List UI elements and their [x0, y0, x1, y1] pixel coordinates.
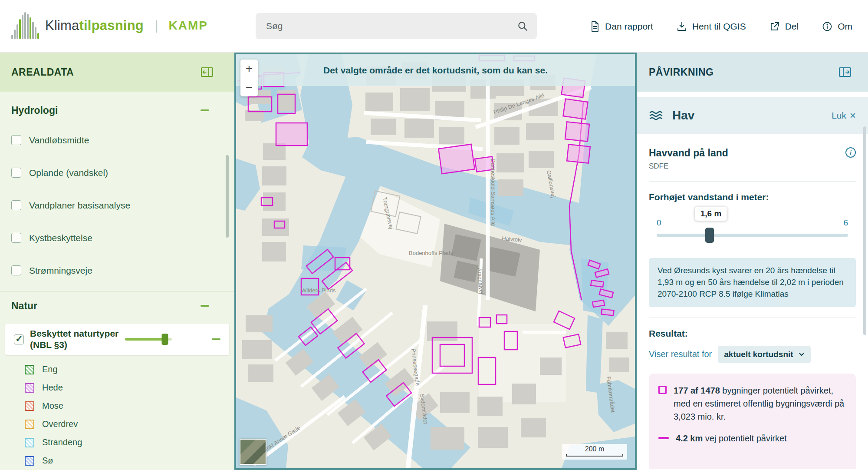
map-scale: 200 m	[562, 444, 627, 460]
layer-item-kystbeskyttelse[interactable]: Kystbeskyttelse	[0, 222, 234, 254]
result-extent-dropdown[interactable]: aktuelt kortudsnit	[718, 346, 810, 363]
map-canvas[interactable]: Philip De Langes Allé Danneskiold-Samsøe…	[236, 54, 635, 468]
legend-item-eng: Eng	[0, 361, 234, 379]
header-actions: Dan rapport Hent til QGIS Del	[590, 0, 852, 53]
layer-item-vandplaner[interactable]: Vandplaner basisanalyse	[0, 189, 234, 222]
section-title: Hydrologi	[11, 105, 58, 116]
arealdata-title: AREALDATA	[11, 66, 74, 78]
legend-label: Sø	[42, 456, 53, 466]
checkbox[interactable]	[11, 135, 21, 145]
collapse-right-panel-icon[interactable]	[838, 66, 852, 78]
climate-info-box: Ved Øresunds kyst svarer en 20 års hænde…	[649, 258, 856, 307]
result-filter-row: Viser resultat for aktuelt kortudsnit	[649, 346, 856, 363]
checkbox[interactable]	[11, 200, 21, 210]
download-qgis-button[interactable]: Hent til QGIS	[677, 21, 746, 32]
legend-label: Eng	[42, 364, 58, 374]
collapse-section-icon[interactable]	[201, 305, 209, 307]
layer-item-oplande[interactable]: Oplande (vandskel)	[0, 156, 234, 189]
impact-results-box: 177 af 1478 bygninger potentielt påvirke…	[649, 374, 856, 469]
section-natur: Natur	[0, 292, 234, 319]
checkbox[interactable]	[11, 168, 21, 178]
about-button[interactable]: Om	[822, 21, 852, 32]
layer-label: Vandplaner basisanalyse	[29, 200, 130, 211]
layer-item-vandlobsmidte[interactable]: Vandløbsmidte	[0, 124, 234, 156]
legend-label: Mose	[42, 401, 63, 411]
zoom-out-button[interactable]: −	[240, 78, 258, 96]
natur-legend: Eng Hede Mose Overdrev Strandeng Sø	[0, 361, 234, 470]
right-panel-scrollbar[interactable]	[863, 126, 866, 335]
result-item-roads: 4.2 km vej potentielt påvirket	[658, 432, 846, 445]
legend-swatch	[25, 438, 34, 447]
svg-text:Wilders Plads: Wilders Plads	[301, 287, 336, 294]
hazard-hav-row: Hav Luk ×	[637, 97, 868, 134]
slider-max-label: 6	[843, 218, 848, 228]
hazard-title: Hav	[672, 109, 694, 122]
map-extent-banner: Det valgte område er det kortudsnit, som…	[236, 54, 635, 86]
left-panel-scrollbar[interactable]	[226, 155, 229, 238]
download-icon	[677, 21, 687, 32]
close-hazard-button[interactable]: Luk ×	[832, 109, 856, 122]
legend-swatch	[25, 420, 34, 429]
zoom-in-button[interactable]: +	[240, 60, 258, 78]
layer-label: Vandløbsmidte	[29, 135, 89, 146]
layer-label: Kystbeskyttelse	[29, 233, 92, 243]
section-hydrologi: Hydrologi	[0, 97, 234, 124]
legend-swatch	[25, 365, 34, 374]
impact-layer-title: Havvand på land	[649, 147, 728, 159]
brand-name: Klimatilpasning	[45, 18, 144, 33]
result-item-buildings: 177 af 1478 bygninger potentielt påvirke…	[658, 384, 846, 423]
collapse-layer-icon[interactable]	[212, 338, 220, 340]
arealdata-panel: AREALDATA Hydrologi Vandløbsmidte Opland…	[0, 53, 234, 470]
slider-value-tooltip: 1,6 m	[695, 207, 727, 221]
active-layer-beskyttet-naturtyper[interactable]: Beskyttet naturtyper (NBL §3)	[5, 324, 229, 355]
layer-label: Strømningsveje	[29, 265, 92, 276]
klimatilpasning-logo[interactable]: Klimatilpasning | KAMP	[11, 12, 208, 39]
building-impact-icon	[658, 386, 667, 394]
checkbox[interactable]	[11, 265, 21, 275]
collapse-section-icon[interactable]	[201, 109, 209, 111]
layer-item-stromningsveje[interactable]: Strømningsveje	[0, 254, 234, 287]
road-impact-icon	[658, 437, 669, 439]
checkbox[interactable]	[11, 233, 21, 243]
svg-text:Bodenhoffs Plads: Bodenhoffs Plads	[409, 250, 453, 256]
share-icon	[769, 21, 780, 32]
scale-bracket	[566, 454, 623, 457]
legend-item-so: Sø	[0, 452, 234, 470]
create-report-button[interactable]: Dan rapport	[590, 21, 653, 32]
pavirkning-content: Havvand på land SDFE i Forhøjet vandstan…	[637, 147, 868, 469]
search-bar[interactable]	[256, 13, 537, 39]
slider-track[interactable]	[657, 234, 848, 237]
chevron-down-icon	[799, 352, 805, 356]
app-name: KAMP	[168, 19, 207, 33]
legend-swatch	[25, 383, 34, 393]
legend-item-strandeng: Strandeng	[0, 434, 234, 452]
opacity-slider[interactable]	[125, 338, 172, 341]
svg-text:Danneskiold-Samsøes Allé: Danneskiold-Samsøes Allé	[490, 159, 496, 226]
layer-label: Oplande (vandskel)	[29, 168, 108, 178]
search-icon[interactable]	[517, 20, 528, 32]
layer-info-icon[interactable]: i	[845, 147, 856, 158]
basemap-thumbnail[interactable]	[240, 439, 266, 465]
slider-handle[interactable]	[705, 228, 714, 243]
pavirkning-panel: PÅVIRKNING Hav Luk × Havvand på la	[637, 53, 868, 470]
search-input[interactable]	[266, 21, 517, 31]
zoom-control: + −	[240, 60, 258, 96]
result-title: Resultat:	[649, 328, 856, 339]
waves-icon	[649, 110, 664, 121]
legend-label: Hede	[42, 383, 63, 393]
share-button[interactable]: Del	[769, 21, 799, 32]
water-level-slider: 0 6 1,6 m	[657, 207, 848, 248]
pavirkning-header: PÅVIRKNING	[637, 53, 868, 92]
impact-layer-source: SDFE	[649, 162, 728, 171]
info-icon	[822, 21, 832, 32]
layer-label: Beskyttet naturtyper (NBL §3)	[30, 328, 119, 351]
section-divider	[0, 291, 234, 291]
opacity-slider-handle[interactable]	[161, 334, 168, 345]
divider	[649, 181, 856, 182]
collapse-left-panel-icon[interactable]	[201, 66, 214, 78]
arealdata-header: AREALDATA	[0, 53, 234, 92]
legend-item-hede: Hede	[0, 379, 234, 397]
logo-divider: |	[155, 19, 158, 33]
water-level-slider-label: Forhøjet vandstand i meter:	[649, 192, 856, 202]
checkbox-checked[interactable]	[14, 334, 24, 344]
